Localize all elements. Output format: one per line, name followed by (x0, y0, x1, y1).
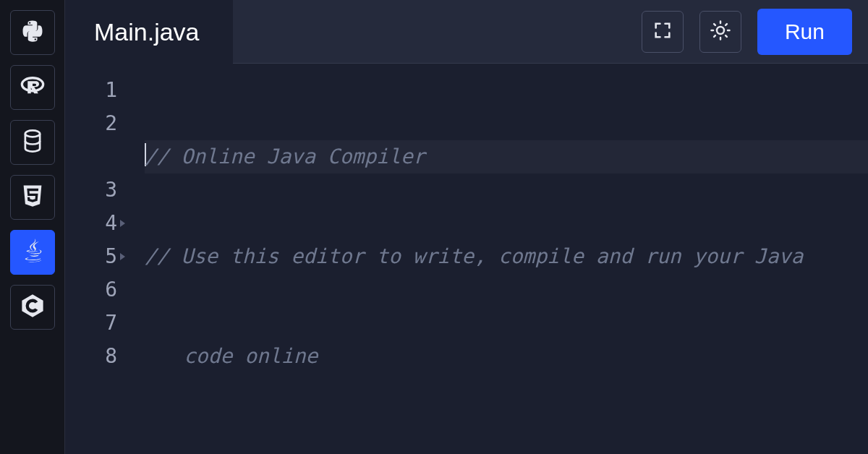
line-gutter: 1 2 3 4 5 6 7 8 (65, 74, 126, 454)
svg-point-2 (717, 27, 724, 34)
lang-html-button[interactable] (10, 175, 55, 220)
language-sidebar (0, 0, 65, 454)
code-editor[interactable]: 1 2 3 4 5 6 7 8 // Online Java Compiler … (65, 64, 868, 454)
line-number: 5 (65, 240, 117, 273)
lang-java-button[interactable] (10, 230, 55, 275)
java-icon (20, 238, 46, 267)
line-number: 1 (65, 74, 117, 107)
run-button-label: Run (785, 20, 825, 43)
file-tab[interactable]: Main.java (65, 0, 233, 64)
sun-icon (710, 20, 731, 44)
code-content[interactable]: // Online Java Compiler // Use this edit… (126, 74, 868, 454)
file-tab-label: Main.java (94, 18, 200, 46)
line-number: 8 (65, 340, 117, 373)
fullscreen-icon (652, 20, 673, 43)
html5-icon (20, 183, 46, 212)
line-number: 2 (65, 107, 117, 174)
main-area: Main.java Run 1 2 3 4 5 6 (65, 0, 868, 454)
fold-marker-icon[interactable] (120, 253, 125, 260)
lang-sql-button[interactable] (10, 120, 55, 165)
line-number: 3 (65, 174, 117, 207)
line-number: 7 (65, 307, 117, 340)
line-number: 4 (65, 207, 117, 240)
svg-point-1 (25, 130, 39, 137)
lang-python-button[interactable] (10, 10, 55, 55)
python-icon (20, 18, 46, 47)
fullscreen-button[interactable] (642, 11, 684, 53)
lang-c-button[interactable] (10, 285, 55, 330)
line-number: 6 (65, 273, 117, 307)
header-toolbar: Run (233, 0, 868, 64)
run-button[interactable]: Run (757, 9, 852, 55)
fold-marker-icon[interactable] (120, 220, 125, 227)
database-icon (20, 128, 46, 157)
editor-header: Main.java Run (65, 0, 868, 64)
r-icon (20, 73, 46, 102)
theme-toggle-button[interactable] (699, 11, 741, 53)
lang-r-button[interactable] (10, 65, 55, 110)
c-icon (20, 293, 46, 322)
